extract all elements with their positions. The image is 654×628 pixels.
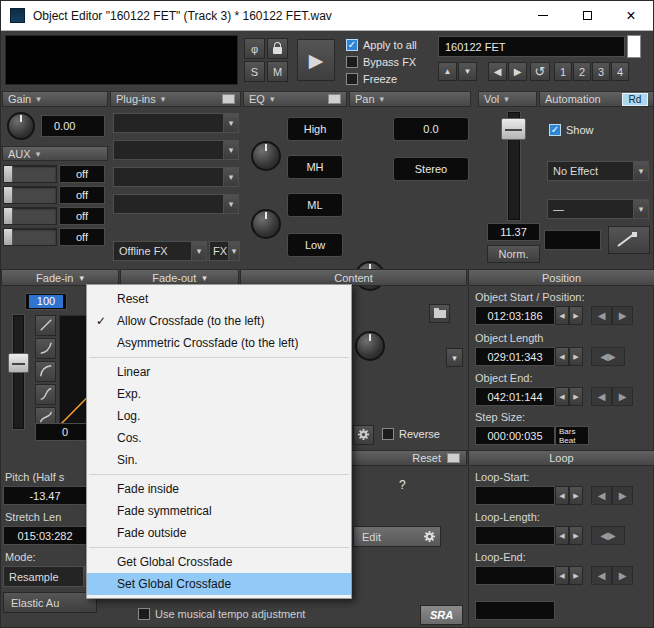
object-end-field[interactable]: 042:01:144 — [475, 387, 555, 406]
volume-fader-handle[interactable] — [501, 118, 526, 140]
eq-mh-knob[interactable] — [251, 209, 281, 239]
object-start-field[interactable]: 012:03:186 — [475, 306, 555, 325]
browse-file-button[interactable] — [429, 304, 450, 323]
fade-settings-button[interactable] — [353, 425, 374, 445]
automation-draw-button[interactable] — [608, 226, 650, 254]
aux-send-2-value[interactable]: off — [59, 186, 105, 204]
vol-header[interactable]: Vol▾ — [478, 91, 537, 107]
aux-slider-handle[interactable] — [4, 187, 13, 203]
step-unit-display[interactable]: Bars Beat — [555, 426, 589, 445]
loop-length-field[interactable] — [475, 526, 555, 545]
normalize-button[interactable]: Norm. — [487, 245, 540, 263]
object-length-field[interactable]: 029:01:343 — [475, 347, 555, 366]
menu-item-exp[interactable]: Exp. — [87, 383, 351, 405]
stereo-mode-field[interactable]: Stereo — [393, 157, 469, 181]
gain-value-field[interactable]: 0.00 — [41, 115, 105, 137]
eq-preset-box[interactable] — [328, 94, 341, 104]
nudge-right-button[interactable]: ▶ — [612, 566, 633, 585]
fade-in-value-field[interactable]: 100 — [25, 293, 67, 310]
maximize-button[interactable] — [565, 1, 609, 30]
next-object-button[interactable]: ▶ — [508, 62, 527, 81]
menu-item-set-global-crossfade[interactable]: Set Global Crossfade — [87, 573, 351, 595]
eq-high-knob[interactable] — [251, 141, 281, 171]
fade-curve-log-button[interactable] — [35, 361, 56, 382]
help-label[interactable]: ? — [399, 478, 406, 492]
prev-object-button[interactable]: ◀ — [488, 62, 507, 81]
spin-left-button[interactable]: ◀ — [555, 486, 569, 505]
content-dropdown-arrow[interactable]: ▾ — [446, 348, 463, 367]
nudge-right-button[interactable]: ▶ — [612, 306, 633, 325]
spin-left-button[interactable]: ◀ — [555, 526, 569, 545]
preset-4-button[interactable]: 4 — [611, 62, 629, 81]
eq-header[interactable]: EQ▾ — [243, 91, 347, 107]
reverse-checkbox[interactable]: Reverse — [382, 428, 440, 440]
aux-slider-handle[interactable] — [4, 208, 13, 224]
volume-value-field[interactable]: 11.37 — [487, 223, 540, 241]
loop-start-field[interactable] — [475, 486, 555, 505]
fade-curve-cos-button[interactable] — [35, 384, 56, 405]
elastic-audio-button[interactable]: Elastic Au — [3, 592, 97, 613]
play-button[interactable]: ▶ — [297, 39, 335, 81]
pan-value-field[interactable]: 0.0 — [393, 117, 469, 141]
aux-send-3-value[interactable]: off — [59, 207, 105, 225]
object-up-button[interactable]: ▲ — [438, 62, 457, 81]
apply-to-all-checkbox[interactable]: ✓ Apply to all — [346, 39, 417, 51]
aux-send-2-slider[interactable] — [3, 186, 57, 204]
aux-header[interactable]: AUX▾ — [2, 146, 108, 161]
plugin-slot-4-dropdown[interactable]: ▾ — [113, 194, 239, 214]
automation-read-button[interactable]: Rd — [622, 93, 648, 106]
edit-button[interactable]: Edit — [353, 526, 441, 547]
plugins-preset-box[interactable] — [222, 94, 235, 104]
fade-curve-exp-button[interactable] — [35, 338, 56, 359]
menu-item-fade-outside[interactable]: Fade outside — [87, 522, 351, 544]
offline-fx-dropdown[interactable]: Offline FX▾ — [113, 241, 207, 261]
spin-left-button[interactable]: ◀ — [555, 306, 569, 325]
spin-right-button[interactable]: ▶ — [569, 347, 583, 366]
fade-curve-linear-button[interactable] — [35, 315, 56, 336]
stretch-both-button[interactable]: ◀▶ — [591, 347, 625, 366]
menu-item-sin[interactable]: Sin. — [87, 449, 351, 471]
aux-send-1-slider[interactable] — [3, 165, 57, 183]
reset-preset-box[interactable] — [447, 453, 460, 463]
plugins-header[interactable]: Plug-ins▾ — [110, 91, 241, 107]
aux-send-1-value[interactable]: off — [59, 165, 105, 183]
plugin-slot-2-dropdown[interactable]: ▾ — [113, 140, 239, 160]
aux-slider-handle[interactable] — [4, 166, 13, 182]
menu-item-fade-symmetrical[interactable]: Fade symmetrical — [87, 500, 351, 522]
stretch-both-button[interactable]: ◀▶ — [591, 526, 625, 545]
pan-header[interactable]: Pan▾ — [349, 91, 471, 107]
automation-effect-dropdown[interactable]: No Effect▾ — [547, 161, 649, 181]
waveform-display[interactable] — [5, 35, 238, 85]
spin-right-button[interactable]: ▶ — [569, 486, 583, 505]
stereo-width-knob[interactable] — [355, 331, 385, 361]
menu-item-get-global-crossfade[interactable]: Get Global Crossfade — [87, 551, 351, 573]
automation-curve-dropdown[interactable]: —▾ — [547, 199, 649, 219]
preset-1-button[interactable]: 1 — [554, 62, 572, 81]
nudge-left-button[interactable]: ◀ — [591, 486, 612, 505]
object-color-swatch[interactable] — [627, 35, 641, 58]
mode-dropdown[interactable]: Resample▾ — [3, 566, 99, 587]
nudge-right-button[interactable]: ▶ — [612, 387, 633, 406]
aux-send-4-slider[interactable] — [3, 228, 57, 246]
nudge-left-button[interactable]: ◀ — [591, 387, 612, 406]
plugin-slot-3-dropdown[interactable]: ▾ — [113, 167, 239, 187]
lock-button[interactable] — [267, 38, 288, 59]
spin-left-button[interactable]: ◀ — [555, 347, 569, 366]
pitch-value-field[interactable]: -13.47 — [3, 486, 87, 505]
menu-item-fade-inside[interactable]: Fade inside — [87, 478, 351, 500]
gain-knob[interactable] — [7, 112, 35, 140]
nudge-right-button[interactable]: ▶ — [612, 486, 633, 505]
undo-button[interactable]: ↺ — [530, 62, 550, 81]
musical-tempo-checkbox[interactable]: Use musical tempo adjustment — [138, 608, 305, 620]
fade-fader-handle[interactable] — [8, 353, 29, 373]
aux-send-4-value[interactable]: off — [59, 228, 105, 246]
sra-button[interactable]: SRA — [420, 605, 463, 625]
automation-show-checkbox[interactable]: ✓ Show — [549, 124, 594, 136]
preset-2-button[interactable]: 2 — [573, 62, 591, 81]
menu-item-linear[interactable]: Linear — [87, 361, 351, 383]
gain-header[interactable]: Gain▾ — [2, 91, 108, 107]
nudge-left-button[interactable]: ◀ — [591, 566, 612, 585]
minimize-button[interactable] — [521, 1, 565, 30]
reset-link[interactable]: Reset — [412, 452, 441, 464]
freeze-checkbox[interactable]: Freeze — [346, 73, 397, 85]
